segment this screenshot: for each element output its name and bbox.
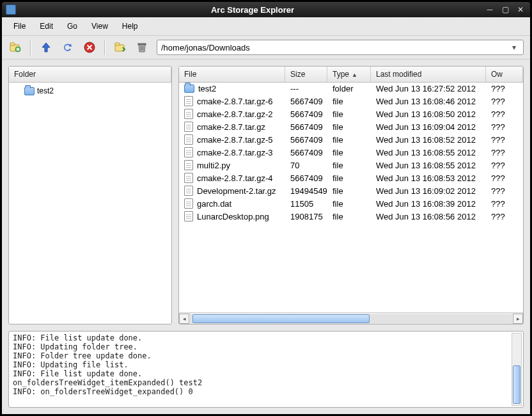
table-row[interactable]: test2---folderWed Jun 13 16:27:52 2012??… xyxy=(179,83,523,95)
file-name: garch.dat xyxy=(197,199,231,209)
col-modified[interactable]: Last modified xyxy=(371,67,486,82)
folder-icon xyxy=(24,87,35,95)
scroll-thumb[interactable] xyxy=(192,314,370,323)
table-row[interactable]: garch.dat11505fileWed Jun 13 16:08:39 20… xyxy=(179,197,523,210)
table-row[interactable]: multi2.py70fileWed Jun 13 16:08:55 2012?… xyxy=(179,159,523,172)
new-folder-icon[interactable] xyxy=(8,40,22,54)
file-icon xyxy=(184,122,193,132)
file-icon xyxy=(184,134,193,145)
col-file[interactable]: File xyxy=(179,67,285,82)
svg-rect-5 xyxy=(115,43,120,45)
file-name: test2 xyxy=(198,84,216,93)
scroll-thumb[interactable] xyxy=(513,365,520,404)
table-row[interactable]: LunarcDesktop.png1908175fileWed Jun 13 1… xyxy=(179,210,523,223)
file-owner: ??? xyxy=(486,172,523,184)
up-arrow-icon[interactable] xyxy=(39,40,53,54)
folder-tree[interactable]: test2 xyxy=(9,83,171,324)
file-owner: ??? xyxy=(486,159,523,172)
refresh-icon[interactable] xyxy=(61,40,75,54)
scroll-left-icon[interactable]: ◂ xyxy=(179,314,189,324)
file-icon xyxy=(184,198,193,209)
file-owner: ??? xyxy=(486,133,523,146)
file-table[interactable]: test2---folderWed Jun 13 16:27:52 2012??… xyxy=(179,83,523,312)
file-modified: Wed Jun 13 16:08:56 2012 xyxy=(371,210,486,223)
menu-edit[interactable]: Edit xyxy=(33,20,59,33)
stop-icon[interactable] xyxy=(82,40,97,54)
file-type: file xyxy=(327,184,371,197)
file-owner: ??? xyxy=(486,120,523,133)
file-icon xyxy=(184,211,193,221)
file-icon xyxy=(184,109,193,119)
file-modified: Wed Jun 13 16:08:39 2012 xyxy=(371,197,486,210)
vertical-scrollbar[interactable] xyxy=(512,333,522,406)
titlebar[interactable]: Arc Storage Explorer ─ ▢ ✕ xyxy=(2,2,530,17)
open-folder-icon[interactable] xyxy=(113,40,127,54)
log-line: INFO: Updating file list. xyxy=(13,360,519,369)
scroll-track[interactable] xyxy=(190,314,512,323)
file-name: cmake-2.8.7.tar.gz-6 xyxy=(197,97,273,106)
table-row[interactable]: cmake-2.8.7.tar.gz-25667409fileWed Jun 1… xyxy=(179,108,523,120)
table-row[interactable]: cmake-2.8.7.tar.gz-55667409fileWed Jun 1… xyxy=(179,133,523,146)
toolbar: ▾ xyxy=(2,35,530,60)
file-list-panel: File Size Type▲ Last modified Ow test2--… xyxy=(178,66,524,324)
file-modified: Wed Jun 13 16:08:53 2012 xyxy=(371,172,486,184)
file-type: folder xyxy=(327,83,371,95)
window-title: Arc Storage Explorer xyxy=(21,5,484,15)
close-button[interactable]: ✕ xyxy=(515,5,526,14)
file-size: 70 xyxy=(285,159,327,172)
horizontal-scrollbar[interactable]: ◂ ▸ xyxy=(179,312,523,324)
table-row[interactable]: cmake-2.8.7.tar.gz-35667409fileWed Jun 1… xyxy=(179,146,523,159)
file-owner: ??? xyxy=(486,83,523,95)
scroll-right-icon[interactable]: ▸ xyxy=(513,314,523,324)
log-panel[interactable]: INFO: File list update done.INFO: Updati… xyxy=(8,331,524,408)
col-size[interactable]: Size xyxy=(285,67,327,82)
file-modified: Wed Jun 13 16:08:46 2012 xyxy=(371,95,486,108)
svg-rect-6 xyxy=(138,44,146,45)
file-modified: Wed Jun 13 16:27:52 2012 xyxy=(371,83,486,95)
file-type: file xyxy=(327,95,371,108)
file-modified: Wed Jun 13 16:08:52 2012 xyxy=(371,133,486,146)
folder-icon xyxy=(184,84,194,93)
log-line: INFO: File list update done. xyxy=(13,333,519,342)
col-type[interactable]: Type▲ xyxy=(327,67,371,82)
file-name: cmake-2.8.7.tar.gz-3 xyxy=(197,148,273,157)
app-icon xyxy=(6,4,16,15)
file-modified: Wed Jun 13 16:08:55 2012 xyxy=(371,159,486,172)
path-input[interactable] xyxy=(161,43,509,52)
file-owner: ??? xyxy=(486,210,523,223)
trash-icon[interactable] xyxy=(135,40,149,54)
file-name: cmake-2.8.7.tar.gz-5 xyxy=(197,135,273,145)
file-modified: Wed Jun 13 16:08:50 2012 xyxy=(371,108,486,120)
menu-file[interactable]: File xyxy=(7,20,32,33)
table-row[interactable]: cmake-2.8.7.tar.gz-45667409fileWed Jun 1… xyxy=(179,172,523,184)
minimize-button[interactable]: ─ xyxy=(484,5,496,14)
chevron-down-icon[interactable]: ▾ xyxy=(509,43,519,52)
file-owner: ??? xyxy=(486,197,523,210)
menu-help[interactable]: Help xyxy=(116,20,145,33)
file-modified: Wed Jun 13 16:09:04 2012 xyxy=(371,120,486,133)
table-row[interactable]: Development-2.tar.gz19494549fileWed Jun … xyxy=(179,184,523,197)
path-combobox[interactable]: ▾ xyxy=(157,40,524,55)
col-owner[interactable]: Ow xyxy=(486,67,523,82)
log-line: INFO: on_foldersTreeWidget_expanded() 0 xyxy=(13,387,519,396)
maximize-button[interactable]: ▢ xyxy=(499,5,511,14)
file-owner: ??? xyxy=(486,108,523,120)
file-owner: ??? xyxy=(486,95,523,108)
file-type: file xyxy=(327,197,371,210)
log-line: INFO: Updating folder tree. xyxy=(13,342,519,351)
folder-header[interactable]: Folder xyxy=(9,67,171,82)
sort-asc-icon: ▲ xyxy=(352,72,357,78)
table-row[interactable]: cmake-2.8.7.tar.gz-65667409fileWed Jun 1… xyxy=(179,95,523,108)
file-name: cmake-2.8.7.tar.gz xyxy=(197,122,265,132)
tree-item[interactable]: test2 xyxy=(12,85,169,97)
file-size: 5667409 xyxy=(285,172,327,184)
table-row[interactable]: cmake-2.8.7.tar.gz5667409fileWed Jun 13 … xyxy=(179,120,523,133)
file-name: LunarcDesktop.png xyxy=(197,212,269,221)
menu-view[interactable]: View xyxy=(85,20,114,33)
tree-item-label: test2 xyxy=(37,86,54,95)
file-icon xyxy=(184,160,193,170)
file-owner: ??? xyxy=(486,146,523,159)
file-modified: Wed Jun 13 16:09:02 2012 xyxy=(371,184,486,197)
menu-go[interactable]: Go xyxy=(61,20,84,33)
file-type: file xyxy=(327,146,371,159)
